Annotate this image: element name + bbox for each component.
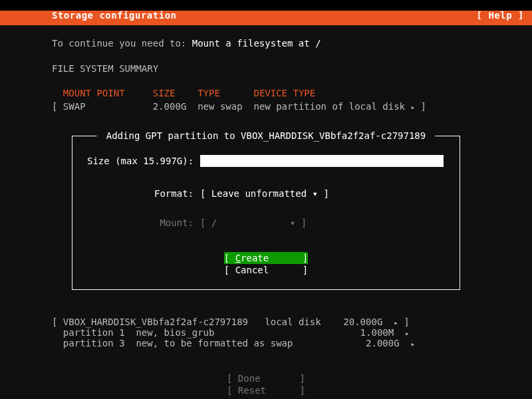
cancel-button[interactable]: [ Cancel ] <box>224 264 308 276</box>
mount-label: Mount: <box>87 217 194 228</box>
reset-button: [ Reset ] <box>227 385 305 396</box>
summary-heading: FILE SYSTEM SUMMARY <box>52 63 480 76</box>
help-button[interactable]: [ Help ] <box>477 10 524 21</box>
arrow-right-icon: ▸ <box>394 319 398 327</box>
instruction-line: To continue you need to: Mount a filesys… <box>52 37 480 51</box>
summary-header-row: MOUNT POINT SIZE TYPE DEVICE TYPE <box>52 87 480 100</box>
summary-row[interactable]: [ SWAP 2.000G new swap new partition of … <box>52 100 480 114</box>
device-row[interactable]: partition 3 new, to be formatted as swap… <box>52 338 415 348</box>
nav-buttons: [ Done ] [ Reset ] [ Back ] <box>0 360 532 399</box>
add-partition-dialog: Adding GPT partition to VBOX_HARDDISK_VB… <box>72 136 460 290</box>
format-dropdown[interactable]: [ Leave unformatted ▾ ] <box>200 188 329 199</box>
device-row[interactable]: [ VBOX_HARDDISK_VBbfa2f2af-c2797189 loca… <box>52 317 410 327</box>
dialog-title: Adding GPT partition to VBOX_HARDDISK_VB… <box>96 130 435 141</box>
format-label: Format: <box>87 188 194 199</box>
size-label: Size (max 15.997G): <box>87 156 194 166</box>
size-input[interactable] <box>200 155 444 167</box>
mount-dropdown: [ / ▾ ] <box>200 217 307 228</box>
device-row[interactable]: partition 1 new, bios_grub 1.000M ▸ <box>52 327 410 338</box>
arrow-right-icon: ▸ <box>410 340 415 348</box>
done-button: [ Done ] <box>227 373 305 384</box>
create-button[interactable]: [ Create ] <box>224 252 308 264</box>
arrow-right-icon: ▸ <box>405 329 410 338</box>
page-title: Storage configuration <box>52 10 177 21</box>
device-list: [ VBOX_HARDDISK_VBbfa2f2af-c2797189 loca… <box>52 306 415 359</box>
